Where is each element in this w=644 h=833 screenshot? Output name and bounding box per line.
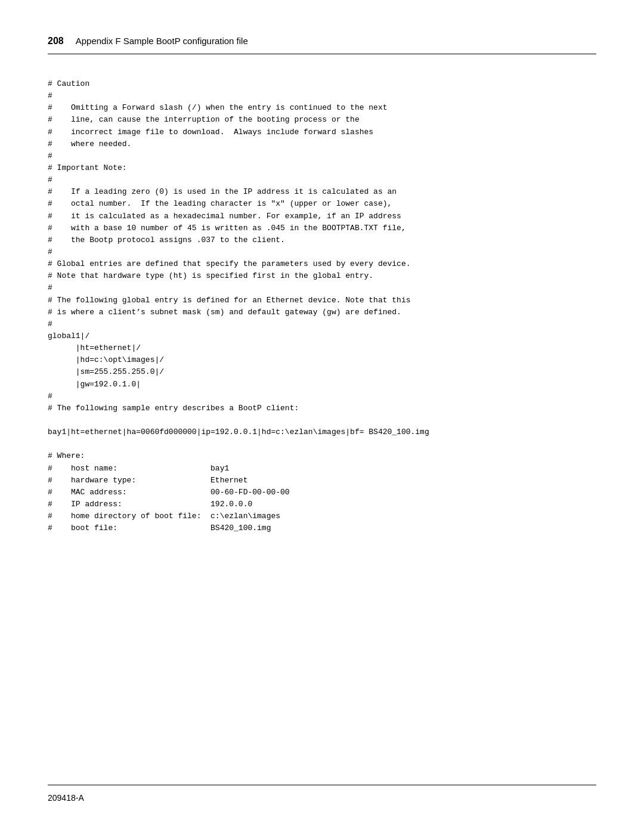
page-footer: 209418-A bbox=[48, 785, 596, 803]
footer-text: 209418-A bbox=[48, 793, 84, 803]
header-title: Appendix F Sample BootP configuration fi… bbox=[76, 36, 248, 46]
page-header: 208 Appendix F Sample BootP configuratio… bbox=[48, 36, 596, 54]
page-number: 208 bbox=[48, 36, 64, 47]
code-content: # Caution # # Omitting a Forward slash (… bbox=[48, 78, 596, 534]
page: 208 Appendix F Sample BootP configuratio… bbox=[0, 0, 644, 833]
